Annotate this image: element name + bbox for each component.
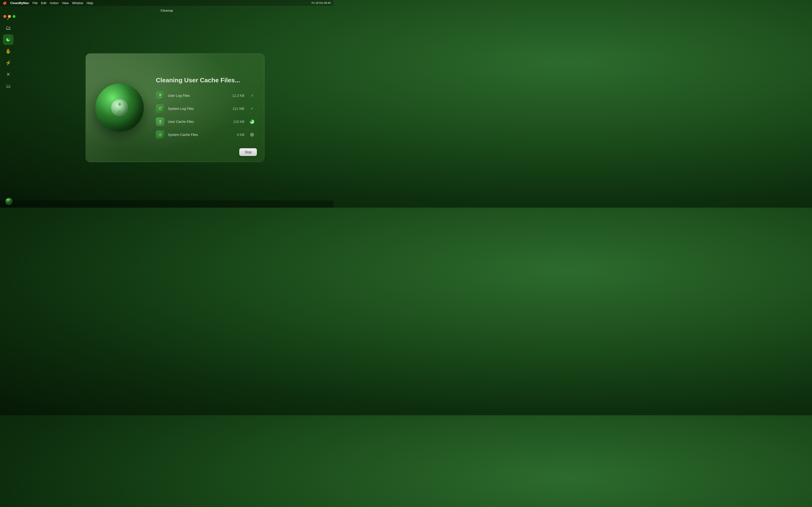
svg-rect-6 bbox=[158, 109, 161, 110]
bottom-bar bbox=[0, 201, 334, 208]
system-cache-name: System Cache Files bbox=[168, 133, 234, 137]
check-icon: ✓ bbox=[251, 106, 254, 111]
system-log-status: ✓ bbox=[250, 106, 254, 111]
user-cache-svg bbox=[157, 118, 164, 125]
yin-yang-icon: ☯ bbox=[6, 37, 11, 43]
user-log-svg bbox=[157, 92, 164, 99]
sidebar: ✓ 🗂 ☯ ✋ ⚡ ✕ 🗂 bbox=[0, 15, 16, 201]
menubar-left: 🍎 CleanMyMac File Edit Action View Windo… bbox=[3, 1, 311, 5]
user-cache-name: User Cache Files bbox=[168, 120, 230, 124]
system-log-icon bbox=[156, 104, 164, 113]
user-cache-status bbox=[250, 119, 254, 124]
folder-icon: 🗂 bbox=[6, 83, 11, 89]
user-cache-icon bbox=[156, 117, 164, 126]
system-log-svg bbox=[157, 105, 164, 112]
menubar: 🍎 CleanMyMac File Edit Action View Windo… bbox=[0, 0, 334, 6]
apple-menu[interactable]: 🍎 bbox=[3, 1, 7, 5]
sidebar-item-smart-scan[interactable]: 🗂 bbox=[3, 23, 13, 33]
svg-point-1 bbox=[159, 94, 161, 96]
system-log-size: 211 MB bbox=[233, 107, 244, 111]
cleanup-ball bbox=[95, 83, 144, 132]
titlebar: Cleanup bbox=[0, 6, 334, 15]
menubar-help[interactable]: Help bbox=[87, 1, 93, 5]
svg-rect-5 bbox=[158, 108, 161, 109]
sidebar-item-privacy[interactable]: ✋ bbox=[3, 46, 13, 56]
menubar-datetime: Fri 18 Oct 09:44 bbox=[311, 1, 331, 4]
cleanup-title: Cleaning User Cache Files... bbox=[156, 76, 254, 84]
sidebar-item-files[interactable]: 🗂 bbox=[3, 80, 13, 91]
hand-icon: ✋ bbox=[5, 48, 11, 54]
menubar-window[interactable]: Window bbox=[72, 1, 83, 5]
window-title: Cleanup bbox=[160, 9, 173, 12]
stop-button[interactable]: Stop bbox=[239, 148, 257, 156]
svg-point-7 bbox=[161, 107, 162, 108]
list-item: User Cache Files 115 KB bbox=[156, 117, 254, 126]
list-item: User Log Files 12,3 KB ✓ bbox=[156, 91, 254, 100]
system-cache-svg bbox=[157, 131, 164, 138]
spinner-icon bbox=[250, 119, 254, 124]
cleanup-content: Cleaning User Cache Files... User Log Fi… bbox=[153, 69, 264, 146]
system-cache-size: 0 KB bbox=[237, 133, 244, 137]
sidebar-checkmark: ✓ bbox=[7, 17, 10, 21]
menubar-view[interactable]: View bbox=[62, 1, 69, 5]
main-content: Cleaning User Cache Files... User Log Fi… bbox=[16, 15, 334, 201]
menubar-app-name[interactable]: CleanMyMac bbox=[10, 1, 29, 5]
list-item: System Cache Files 0 KB bbox=[156, 130, 254, 139]
sidebar-item-speed[interactable]: ⚡ bbox=[3, 57, 13, 68]
applications-icon: ✕ bbox=[6, 71, 10, 77]
bolt-icon: ⚡ bbox=[5, 60, 11, 66]
user-log-status: ✓ bbox=[250, 93, 254, 98]
system-cache-icon bbox=[156, 130, 164, 139]
svg-point-9 bbox=[159, 120, 161, 122]
svg-point-2 bbox=[160, 93, 161, 94]
menubar-action[interactable]: Action bbox=[50, 1, 58, 5]
tray-icon: 🗂 bbox=[6, 25, 11, 31]
cleanup-items-list: User Log Files 12,3 KB ✓ bbox=[156, 91, 254, 139]
system-cache-status bbox=[250, 132, 254, 137]
check-icon: ✓ bbox=[251, 93, 254, 98]
user-log-icon bbox=[156, 91, 164, 100]
list-item: System Log Files 211 MB ✓ bbox=[156, 104, 254, 113]
menubar-right: Fri 18 Oct 09:44 bbox=[311, 1, 331, 4]
pending-icon bbox=[250, 133, 254, 137]
user-cache-size: 115 KB bbox=[233, 120, 244, 124]
system-log-name: System Log Files bbox=[168, 107, 230, 111]
ball-container bbox=[86, 83, 153, 132]
user-log-size: 12,3 KB bbox=[232, 94, 244, 98]
menubar-edit[interactable]: Edit bbox=[41, 1, 46, 5]
ball-inner bbox=[111, 99, 128, 116]
menubar-file[interactable]: File bbox=[33, 1, 38, 5]
sidebar-item-cleanup[interactable]: ☯ bbox=[3, 34, 13, 45]
user-log-name: User Log Files bbox=[168, 94, 229, 98]
cleanup-panel: Cleaning User Cache Files... User Log Fi… bbox=[86, 53, 264, 162]
sidebar-item-applications[interactable]: ✕ bbox=[3, 69, 13, 80]
